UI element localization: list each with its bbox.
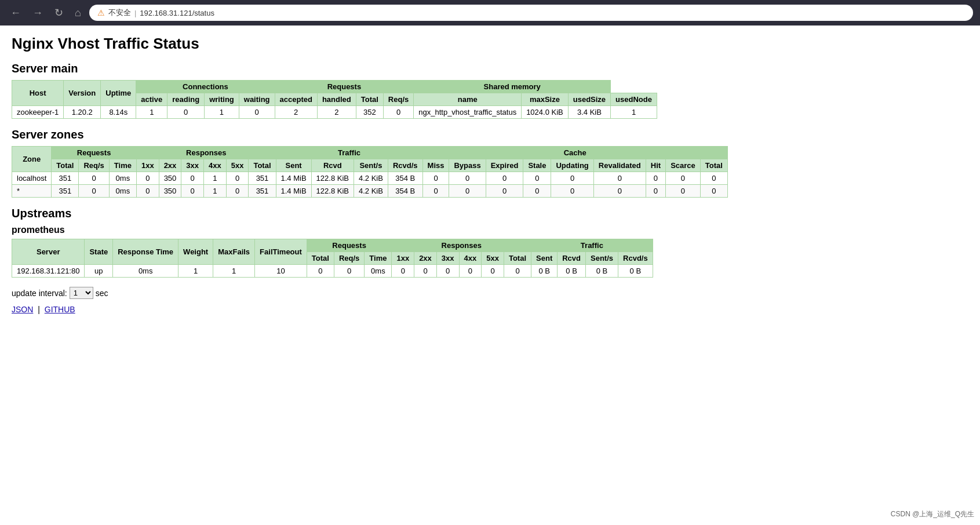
cell-weight: 1 <box>178 265 213 278</box>
col-revalidated: Revalidated <box>593 159 646 172</box>
cell-resp-total: 0 <box>504 265 531 278</box>
footer-separator: | <box>38 305 40 314</box>
server-zones-heading: Server zones <box>12 128 968 141</box>
cell-reading: 0 <box>167 106 205 119</box>
col-state: State <box>85 239 113 265</box>
col-reqs: Req/s <box>79 159 109 172</box>
cell-req-reqs: 0 <box>334 265 364 278</box>
col-group-shared-memory: Shared memory <box>414 81 611 93</box>
col-hit: Hit <box>646 159 665 172</box>
col-3xx: 3xx <box>181 159 204 172</box>
col-rcvds: Rcvd/s <box>388 159 422 172</box>
col-usednode: usedNode <box>611 93 657 106</box>
col-sents: Sent/s <box>354 159 388 172</box>
col-weight: Weight <box>178 239 213 265</box>
col-group-responses: Responses <box>392 239 531 252</box>
cell-host: zookeeper-1 <box>12 106 64 119</box>
page-content: Nginx Vhost Traffic Status Server main H… <box>0 25 980 323</box>
col-maxsize: maxSize <box>522 93 569 106</box>
cell-maxfails: 1 <box>213 265 255 278</box>
col-sent: Sent <box>276 159 311 172</box>
col-3xx: 3xx <box>436 252 459 265</box>
address-bar[interactable]: ⚠ 不安全 | 192.168.31.121/status <box>89 5 973 21</box>
cell-state: up <box>85 265 113 278</box>
cell-usednode: 1 <box>611 106 657 119</box>
col-time: Time <box>109 159 136 172</box>
cell-zone-star: * <box>12 185 52 198</box>
col-handled: handled <box>317 93 356 106</box>
col-time: Time <box>365 252 392 265</box>
upstreams-table: Server State Response Time Weight MaxFai… <box>12 239 653 278</box>
cell-5xx: 0 <box>482 265 504 278</box>
cell-usedsize: 3.4 KiB <box>568 106 610 119</box>
col-uptime: Uptime <box>101 81 136 106</box>
col-scarce: Scarce <box>666 159 701 172</box>
cell-3xx: 0 <box>436 265 459 278</box>
col-group-traffic: Traffic <box>276 147 422 159</box>
col-group-cache: Cache <box>422 147 727 159</box>
col-resp-total: Total <box>504 252 531 265</box>
update-interval-row: update interval: 1 2 5 10 sec <box>12 287 968 299</box>
cell-failtimeout: 10 <box>255 265 307 278</box>
server-main-table: Host Version Uptime Connections Requests… <box>12 80 657 119</box>
col-group-connections: Connections <box>136 81 275 93</box>
cell-name: ngx_http_vhost_traffic_status <box>414 106 522 119</box>
server-main-heading: Server main <box>12 62 968 75</box>
cell-writing: 1 <box>205 106 239 119</box>
cell-1xx: 0 <box>392 265 414 278</box>
home-button[interactable]: ⌂ <box>71 6 85 20</box>
col-rcvds: Rcvd/s <box>618 252 653 265</box>
table-row: zookeeper-1 1.20.2 8.14s 1 0 1 0 2 2 352… <box>12 106 657 119</box>
col-total: Total <box>52 159 79 172</box>
col-group-traffic: Traffic <box>531 239 653 252</box>
url-text: 192.168.31.121/status <box>140 9 214 17</box>
table-row: 192.168.31.121:80 up 0ms 1 1 10 0 0 0ms … <box>12 265 653 278</box>
col-cache-total: Total <box>700 159 727 172</box>
cell-req-total: 0 <box>307 265 334 278</box>
col-failtimeout: FailTimeout <box>255 239 307 265</box>
col-5xx: 5xx <box>226 159 249 172</box>
forward-button[interactable]: → <box>29 6 46 20</box>
col-waiting: waiting <box>239 93 275 106</box>
update-interval-select[interactable]: 1 2 5 10 <box>70 287 93 299</box>
col-rcvd: Rcvd <box>558 252 586 265</box>
col-group-requests: Requests <box>307 239 392 252</box>
col-group-responses: Responses <box>136 147 276 159</box>
cell-rcvds: 0 B <box>618 265 653 278</box>
col-zone: Zone <box>12 147 52 172</box>
warning-icon: ⚠ <box>97 8 105 17</box>
col-host: Host <box>12 81 64 106</box>
col-response-time: Response Time <box>113 239 178 265</box>
col-server: Server <box>12 239 85 265</box>
col-version: Version <box>64 81 101 106</box>
upstreams-subsection: prometheus <box>12 225 968 235</box>
back-button[interactable]: ← <box>7 6 24 20</box>
col-4xx: 4xx <box>459 252 482 265</box>
cell-req-time: 0ms <box>365 265 392 278</box>
col-1xx: 1xx <box>136 159 159 172</box>
warning-text: 不安全 <box>108 8 131 18</box>
reload-button[interactable]: ↻ <box>51 5 67 20</box>
col-2xx: 2xx <box>159 159 181 172</box>
github-link[interactable]: GITHUB <box>45 305 75 314</box>
col-sent: Sent <box>531 252 558 265</box>
cell-zone: localhost <box>12 172 52 185</box>
col-1xx: 1xx <box>392 252 414 265</box>
col-updating: Updating <box>551 159 593 172</box>
cell-maxsize: 1024.0 KiB <box>522 106 569 119</box>
col-total: Total <box>307 252 334 265</box>
cell-accepted: 2 <box>275 106 317 119</box>
cell-active: 1 <box>136 106 167 119</box>
cell-response-time: 0ms <box>113 265 178 278</box>
col-5xx: 5xx <box>482 252 504 265</box>
col-name: name <box>414 93 522 106</box>
col-group-requests: Requests <box>52 147 137 159</box>
json-link[interactable]: JSON <box>12 305 33 314</box>
col-reqs: Req/s <box>383 93 413 106</box>
cell-4xx: 0 <box>459 265 482 278</box>
upstreams-heading: Upstreams <box>12 207 968 220</box>
cell-waiting: 0 <box>239 106 275 119</box>
col-resp-total: Total <box>249 159 276 172</box>
col-stale: Stale <box>523 159 551 172</box>
col-2xx: 2xx <box>414 252 437 265</box>
